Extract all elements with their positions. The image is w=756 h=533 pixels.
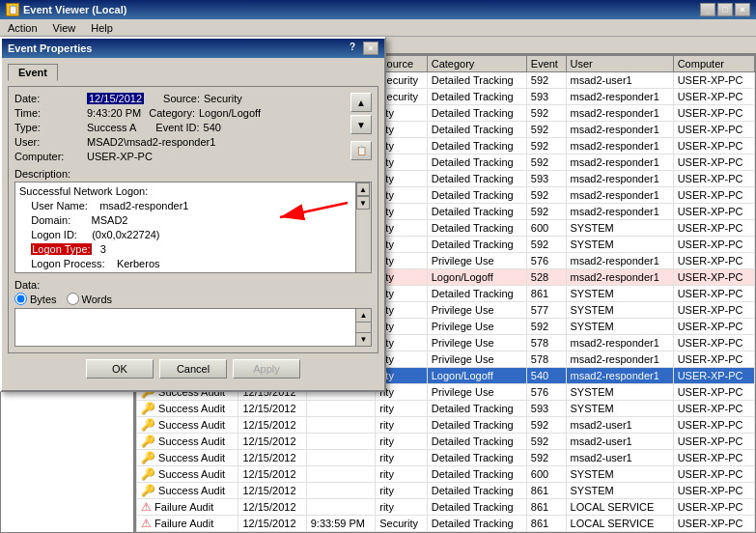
cell-event: 593 bbox=[526, 89, 566, 105]
col-category: Category bbox=[427, 56, 526, 72]
title-bar-buttons: _ □ × bbox=[700, 3, 750, 16]
description-label: Description: bbox=[14, 168, 372, 180]
description-box[interactable]: Successful Network Logon: User Name: msa… bbox=[14, 182, 372, 273]
copy-button[interactable]: 📋 bbox=[350, 141, 372, 160]
cell-category: Detailed Tracking bbox=[427, 154, 526, 171]
description-content: Successful Network Logon: User Name: msa… bbox=[19, 184, 367, 273]
cell-user: SYSTEM bbox=[566, 286, 673, 302]
tab-event[interactable]: Event bbox=[8, 64, 58, 81]
dialog-close-button[interactable]: × bbox=[363, 42, 378, 55]
bytes-radio[interactable] bbox=[14, 293, 27, 305]
next-event-button[interactable]: ▼ bbox=[350, 115, 372, 134]
cell-computer: USER-XP-PC bbox=[673, 269, 754, 286]
cell-user: msad2-user1 bbox=[566, 417, 673, 434]
menu-action[interactable]: Action bbox=[4, 21, 42, 35]
menu-view[interactable]: View bbox=[49, 21, 80, 35]
category-value: Logon/Logoff bbox=[199, 107, 261, 119]
desc-line-4: Logon Type: 3 bbox=[19, 242, 350, 257]
ok-button[interactable]: OK bbox=[86, 359, 154, 379]
source-label: Source: bbox=[163, 93, 200, 104]
cancel-button[interactable]: Cancel bbox=[159, 359, 227, 379]
data-input: ▲ ▼ bbox=[14, 308, 372, 347]
cell-date: 12/15/2012 bbox=[238, 499, 306, 516]
cell-computer: USER-XP-PC bbox=[673, 499, 754, 516]
cell-event: 592 bbox=[526, 72, 566, 89]
cell-date: 12/15/2012 bbox=[238, 516, 306, 532]
cell-user: msad2-responder1 bbox=[566, 171, 673, 187]
data-section: Data: Bytes Words bbox=[14, 279, 372, 347]
data-content bbox=[15, 309, 355, 346]
dialog-help-button[interactable]: ? bbox=[350, 42, 355, 55]
cell-event: 592 bbox=[526, 122, 566, 138]
dialog-title-text: Event Properties bbox=[8, 42, 92, 54]
cell-type: ⚠ Failure Audit bbox=[137, 516, 238, 532]
data-scroll-down[interactable]: ▼ bbox=[356, 332, 371, 346]
cell-event: 592 bbox=[526, 450, 566, 466]
words-radio-option[interactable]: Words bbox=[67, 293, 113, 305]
bytes-radio-option[interactable]: Bytes bbox=[14, 293, 57, 305]
main-window: 📋 Event Viewer (Local) _ □ × Action View… bbox=[0, 0, 756, 533]
close-button[interactable]: × bbox=[735, 3, 750, 16]
dialog-overlay: Event Properties ? × Event bbox=[0, 37, 386, 500]
menu-bar: Action View Help bbox=[0, 19, 756, 37]
cell-event: 861 bbox=[526, 516, 566, 532]
cell-category: Detailed Tracking bbox=[427, 122, 526, 138]
cell-category: Privilege Use bbox=[427, 335, 526, 351]
maximize-button[interactable]: □ bbox=[717, 3, 733, 16]
type-label: Type: bbox=[14, 122, 87, 133]
cell-computer: USER-XP-PC bbox=[673, 434, 754, 450]
cell-computer: USER-XP-PC bbox=[673, 483, 754, 499]
prev-event-button[interactable]: ▲ bbox=[350, 93, 372, 112]
words-radio[interactable] bbox=[67, 293, 79, 305]
event-properties-dialog: Event Properties ? × Event bbox=[0, 37, 386, 392]
cell-user: LOCAL SERVICE bbox=[566, 499, 673, 516]
cell-category: Detailed Tracking bbox=[427, 499, 526, 516]
cell-computer: USER-XP-PC bbox=[673, 384, 754, 401]
cell-user: SYSTEM bbox=[566, 220, 673, 237]
cell-category: Detailed Tracking bbox=[427, 286, 526, 302]
table-row[interactable]: ⚠ Failure Audit 12/15/2012 9:33:59 PM Se… bbox=[137, 516, 755, 532]
cell-event: 540 bbox=[526, 368, 566, 384]
desc-line-3: Logon ID: (0x0,0x22724) bbox=[19, 228, 350, 242]
date-row: Date: 12/15/2012 Source: Security bbox=[14, 93, 345, 104]
cell-computer: USER-XP-PC bbox=[673, 72, 754, 89]
cell-computer: USER-XP-PC bbox=[673, 450, 754, 466]
scroll-up[interactable]: ▲ bbox=[356, 182, 370, 196]
cell-computer: USER-XP-PC bbox=[673, 368, 754, 384]
description-scrollbar[interactable]: ▲ ▼ bbox=[355, 182, 371, 272]
cell-source: rity bbox=[376, 499, 427, 516]
cell-computer: USER-XP-PC bbox=[673, 351, 754, 368]
words-label: Words bbox=[82, 294, 113, 305]
dialog-title-buttons: ? × bbox=[350, 42, 378, 55]
tab-bar: Event bbox=[8, 64, 378, 80]
desc-line-2: Domain: MSAD2 bbox=[19, 213, 350, 228]
scroll-down[interactable]: ▼ bbox=[356, 196, 370, 210]
cell-category: Detailed Tracking bbox=[427, 434, 526, 450]
cell-category: Detailed Tracking bbox=[427, 171, 526, 187]
cell-user: msad2-responder1 bbox=[566, 154, 673, 171]
cell-category: Privilege Use bbox=[427, 384, 526, 401]
cell-user: msad2-responder1 bbox=[566, 269, 673, 286]
desc-line-5: Logon Process: Kerberos bbox=[19, 257, 350, 271]
cell-computer: USER-XP-PC bbox=[673, 253, 754, 269]
cell-computer: USER-XP-PC bbox=[673, 237, 754, 253]
menu-help[interactable]: Help bbox=[87, 21, 117, 35]
cell-computer: USER-XP-PC bbox=[673, 171, 754, 187]
type-row: Type: Success A Event ID: 540 bbox=[14, 122, 345, 133]
cell-category: Logon/Logoff bbox=[427, 368, 526, 384]
cell-user: msad2-responder1 bbox=[566, 138, 673, 154]
cell-category: Logon/Logoff bbox=[427, 269, 526, 286]
cell-user: msad2-responder1 bbox=[566, 187, 673, 204]
cell-computer: USER-XP-PC bbox=[673, 220, 754, 237]
data-scrollbar[interactable]: ▲ ▼ bbox=[355, 309, 371, 346]
cell-category: Detailed Tracking bbox=[427, 187, 526, 204]
cell-user: msad2-responder1 bbox=[566, 253, 673, 269]
apply-button[interactable]: Apply bbox=[233, 359, 300, 379]
cell-event: 592 bbox=[526, 434, 566, 450]
table-row[interactable]: ⚠ Failure Audit 12/15/2012 rity Detailed… bbox=[137, 499, 755, 516]
data-scroll-up[interactable]: ▲ bbox=[356, 309, 371, 323]
cell-event: 593 bbox=[526, 171, 566, 187]
cell-computer: USER-XP-PC bbox=[673, 516, 754, 532]
cell-event: 592 bbox=[526, 105, 566, 122]
minimize-button[interactable]: _ bbox=[700, 3, 715, 16]
